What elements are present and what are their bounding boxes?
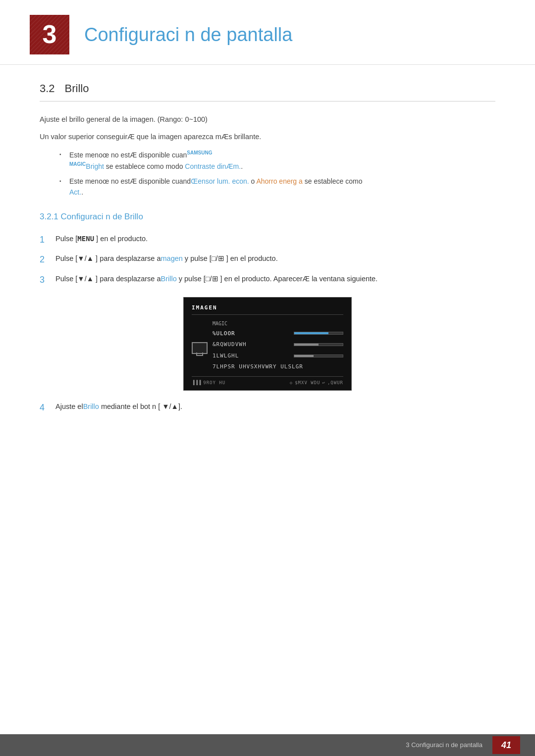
- osd-title: IMAGEN: [192, 303, 343, 315]
- osd-nitid-bar: [294, 354, 343, 357]
- bullet-item-1: Este menoœ no estÆ disponible cuanSAMSUN…: [59, 149, 495, 172]
- step-num-1: 1: [40, 233, 50, 247]
- menu-key: MENU: [77, 235, 94, 243]
- osd-bottom-right: ◇ $MXV WDU ↩ ,QWUR: [290, 379, 343, 386]
- subsection-name: Configuraci n de Brillo: [61, 212, 143, 221]
- step3-brillo: Brillo: [160, 275, 176, 283]
- osd-bottom-left: ▐▐▐ 9ROY HU: [192, 379, 225, 386]
- monitor-icon: [192, 342, 208, 354]
- footer-chapter-text: 3 Configuraci n de pantalla: [406, 740, 482, 751]
- osd-nitid-label: 1LWLGHL: [213, 352, 239, 360]
- osd-item-contrast: &RQWUDVWH: [213, 340, 343, 350]
- step-num-2: 2: [40, 252, 50, 267]
- bullet2-pre: Este menoœ no estÆ disponible cuand: [69, 177, 191, 185]
- step-1: 1 Pulse [MENU ] en el producto.: [40, 233, 495, 247]
- bullet2-mid: o: [249, 177, 257, 185]
- bullet2-post: se establece como: [303, 177, 363, 185]
- osd-enter-icon: ↩: [322, 379, 325, 386]
- osd-contrast-label: &RQWUDVWH: [213, 340, 247, 349]
- osd-ajust-icon: ◇: [290, 379, 293, 386]
- footer-page-number: 41: [492, 736, 520, 755]
- step4-brillo: Brillo: [83, 403, 99, 410]
- bullet2-sensor: Œensor lum. econ.: [191, 177, 249, 185]
- osd-vol-icon: ▐▐▐: [192, 379, 201, 386]
- osd-contrast-fill: [294, 344, 319, 346]
- step-text-4: Ajuste elBrillo mediante el bot n [ ▼/▲]…: [55, 401, 495, 412]
- osd-contrast-bar: [294, 343, 343, 346]
- chapter-number: 3: [43, 14, 57, 55]
- chapter-header: 3 Configuraci n de pantalla: [0, 0, 535, 65]
- steps-list: 1 Pulse [MENU ] en el producto. 2 Pulse …: [40, 233, 495, 287]
- osd-nitid-fill: [294, 355, 314, 357]
- osd-brillo-bar: [294, 332, 343, 335]
- section-name: Brillo: [65, 80, 89, 97]
- osd-tiempo-label: 7LHPSR UHVSXHVWRY ULSLGR: [213, 362, 303, 371]
- subsection-number: 3.2.1: [40, 212, 58, 221]
- osd-brillo-label: %ULOOR: [213, 329, 235, 338]
- osd-item-nitid: 1LWLGHL: [213, 351, 343, 361]
- bullet2-colored1: Ahorro energ a: [256, 177, 302, 185]
- osd-left-icon: [192, 318, 208, 373]
- section-desc1: Ajuste el brillo general de la imagen. (…: [40, 114, 495, 125]
- step-num-4: 4: [40, 401, 50, 415]
- osd-item-brillo: %ULOOR: [213, 329, 343, 339]
- step-3: 3 Pulse [▼/▲ ] para desplazarse aBrillo …: [40, 273, 495, 287]
- section-32-heading: 3.2 Brillo: [40, 80, 495, 101]
- step-text-3: Pulse [▼/▲ ] para desplazarse aBrillo y …: [55, 273, 495, 285]
- page-footer: 3 Configuraci n de pantalla 41: [0, 734, 535, 756]
- osd-enter-label: ,QWUR: [327, 379, 343, 386]
- bullet-item-2: Este menoœ no estÆ disponible cuandŒenso…: [59, 176, 495, 198]
- osd-ajust-label: $MXV WDU: [295, 379, 320, 386]
- chapter-title: Configuraci n de pantalla: [84, 20, 292, 50]
- osd-body: MAGIC %ULOOR &RQWUDVWH 1LWL: [192, 318, 343, 373]
- section-desc2: Un valor superior conseguirÆ que la imag…: [40, 131, 495, 143]
- osd-screen: IMAGEN MAGIC %ULOOR &RQWUDVWH: [183, 297, 352, 391]
- step-text-2: Pulse [▼/▲ ] para desplazarse amagen y p…: [55, 252, 495, 264]
- bullet1-bright: Bright: [86, 162, 104, 170]
- step-num-3: 3: [40, 273, 50, 287]
- osd-brillo-fill: [294, 332, 328, 334]
- section-number: 3.2: [40, 80, 55, 97]
- osd-menu-items: MAGIC %ULOOR &RQWUDVWH 1LWL: [213, 318, 343, 373]
- bullet1-post: se establece como modo: [104, 162, 183, 170]
- osd-item-tiempo: 7LHPSR UHVSXHVWRY ULSLGR: [213, 362, 343, 372]
- bullet1-colored: Contraste dinÆm.: [183, 162, 241, 170]
- bullet2-colored2: Act.: [69, 188, 81, 196]
- subsection-heading: 3.2.1 Configuraci n de Brillo: [40, 210, 495, 223]
- step-text-1: Pulse [MENU ] en el producto.: [55, 233, 495, 245]
- bullet1-pre-text: Este menoœ no estÆ disponible cuan: [69, 151, 187, 158]
- main-content: 3.2 Brillo Ajuste el brillo general de l…: [0, 80, 535, 454]
- step-2: 2 Pulse [▼/▲ ] para desplazarse amagen y…: [40, 252, 495, 267]
- osd-vol-label: 9ROY HU: [203, 379, 225, 386]
- osd-bottom-bar: ▐▐▐ 9ROY HU ◇ $MXV WDU ↩ ,QWUR: [192, 376, 343, 386]
- osd-magic-label: MAGIC: [213, 320, 343, 328]
- chapter-number-box: 3: [30, 15, 69, 54]
- step2-imagen: magen: [160, 254, 182, 262]
- osd-container: IMAGEN MAGIC %ULOOR &RQWUDVWH: [40, 297, 495, 391]
- bullet-list: Este menoœ no estÆ disponible cuanSAMSUN…: [40, 149, 495, 198]
- step-4: 4 Ajuste elBrillo mediante el bot n [ ▼/…: [40, 401, 495, 415]
